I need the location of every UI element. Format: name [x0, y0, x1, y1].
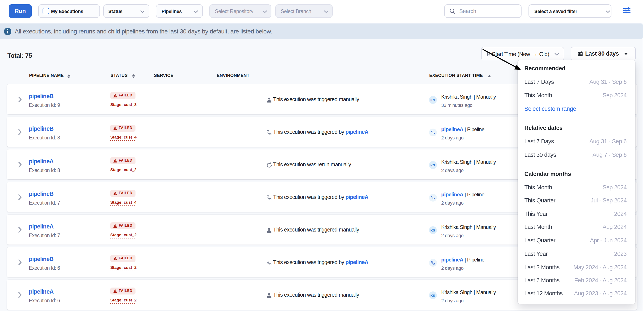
svg-text:i: i — [6, 28, 8, 34]
